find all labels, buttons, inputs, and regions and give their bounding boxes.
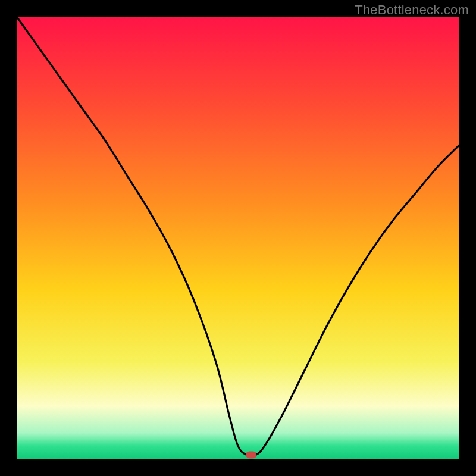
bottleneck-chart [17,17,459,459]
chart-frame [17,17,459,459]
marker-dot [246,452,256,459]
watermark-text: TheBottleneck.com [355,2,469,18]
gradient-background [17,17,459,459]
